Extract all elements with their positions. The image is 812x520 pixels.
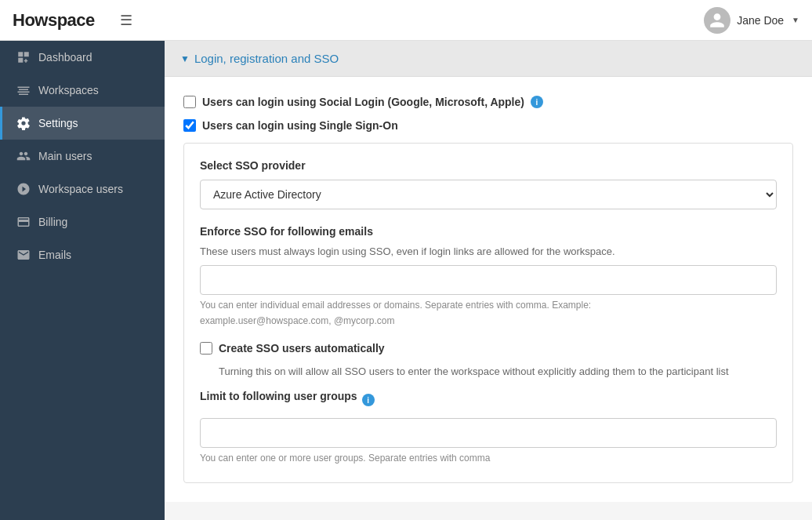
sidebar-item-main-users-label: Main users xyxy=(38,150,92,162)
sso-login-row: Users can login using Single Sign-On xyxy=(183,119,793,132)
logo: Howspace xyxy=(13,10,95,31)
workspace-users-icon xyxy=(16,182,31,196)
layout: Dashboard Workspaces Settings Main users xyxy=(0,41,812,520)
sidebar-item-emails[interactable]: Emails xyxy=(0,238,165,271)
enforce-sso-label: Enforce SSO for following emails xyxy=(200,225,777,238)
limit-hint: You can enter one or more user groups. S… xyxy=(200,453,777,464)
create-sso-checkbox[interactable] xyxy=(200,342,212,355)
sidebar-item-main-users[interactable]: Main users xyxy=(0,140,165,173)
social-login-label[interactable]: Users can login using Social Login (Goog… xyxy=(202,96,524,108)
limit-groups-input[interactable] xyxy=(200,418,777,448)
social-login-info-icon[interactable]: i xyxy=(531,96,543,108)
sidebar-item-billing-label: Billing xyxy=(38,216,67,228)
sidebar-item-workspace-users-label: Workspace users xyxy=(38,183,123,195)
sidebar-item-settings-label: Settings xyxy=(38,117,78,129)
sso-login-checkbox[interactable] xyxy=(183,119,196,132)
user-menu[interactable]: Jane Doe ▼ xyxy=(704,7,799,34)
create-sso-label[interactable]: Create SSO users automatically xyxy=(219,342,385,355)
enforce-sso-hint1: You can enter individual email addresses… xyxy=(200,300,777,311)
user-menu-caret: ▼ xyxy=(792,16,799,24)
settings-icon xyxy=(16,116,31,130)
sso-box: Select SSO provider Azure Active Directo… xyxy=(183,143,793,483)
avatar xyxy=(704,7,730,34)
sso-provider-select[interactable]: Azure Active Directory Okta Google Works… xyxy=(200,180,777,209)
section-header[interactable]: ▼ Login, registration and SSO xyxy=(165,41,812,77)
sidebar-item-workspaces[interactable]: Workspaces xyxy=(0,74,165,107)
sso-provider-wrapper: Azure Active Directory Okta Google Works… xyxy=(200,180,777,209)
emails-icon xyxy=(16,248,31,262)
select-sso-label: Select SSO provider xyxy=(200,159,777,172)
create-sso-row: Create SSO users automatically Turning t… xyxy=(200,342,777,377)
social-login-checkbox[interactable] xyxy=(183,96,196,108)
limit-label: Limit to following user groups xyxy=(200,390,357,402)
user-avatar-icon xyxy=(709,12,726,29)
sso-login-label[interactable]: Users can login using Single Sign-On xyxy=(202,119,398,132)
limit-info-icon[interactable]: i xyxy=(362,394,375,406)
sidebar-item-workspace-users[interactable]: Workspace users xyxy=(0,173,165,205)
workspaces-icon xyxy=(16,83,31,97)
limit-section: Limit to following user groups i You can… xyxy=(200,390,777,464)
social-login-row: Users can login using Social Login (Goog… xyxy=(183,96,793,108)
billing-icon xyxy=(16,215,31,229)
sidebar: Dashboard Workspaces Settings Main users xyxy=(0,41,165,520)
sidebar-item-workspaces-label: Workspaces xyxy=(38,84,99,96)
section-collapse-arrow: ▼ xyxy=(180,53,190,64)
sidebar-item-dashboard-label: Dashboard xyxy=(38,51,92,64)
sidebar-item-settings[interactable]: Settings xyxy=(0,107,165,140)
create-sso-checkbox-row: Create SSO users automatically xyxy=(200,342,777,355)
sidebar-item-dashboard[interactable]: Dashboard xyxy=(0,41,165,74)
main-users-icon xyxy=(16,149,31,163)
sidebar-item-billing[interactable]: Billing xyxy=(0,205,165,238)
enforce-sso-hint2: example.user@howspace.com, @mycorp.com xyxy=(200,315,777,326)
enforce-sso-section: Enforce SSO for following emails These u… xyxy=(200,225,777,326)
sidebar-item-emails-label: Emails xyxy=(38,249,71,261)
enforce-sso-input[interactable] xyxy=(200,265,777,295)
dashboard-icon xyxy=(16,50,31,64)
enforce-sso-desc: These users must always login using SSO,… xyxy=(200,245,777,257)
create-sso-desc: Turning this on will allow all SSO users… xyxy=(219,365,777,377)
header: Howspace ☰ Jane Doe ▼ xyxy=(0,0,812,41)
username: Jane Doe xyxy=(737,14,784,27)
main-content: ▼ Login, registration and SSO Users can … xyxy=(165,41,812,520)
limit-label-row: Limit to following user groups i xyxy=(200,390,777,410)
section-title: Login, registration and SSO xyxy=(194,52,339,65)
content-area: Users can login using Social Login (Goog… xyxy=(165,77,812,502)
header-left: Howspace ☰ xyxy=(13,10,132,31)
menu-icon[interactable]: ☰ xyxy=(120,12,132,29)
